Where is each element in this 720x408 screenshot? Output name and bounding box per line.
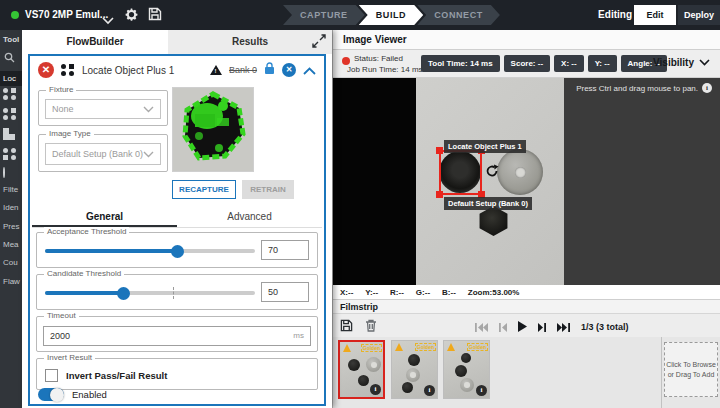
viewer-title: Image Viewer (333, 30, 720, 50)
chevron-down-icon (143, 151, 154, 158)
thumb-part (461, 353, 471, 363)
thumb-part (366, 357, 381, 372)
filmstrip-controls: 1/3 (3 total) (333, 314, 720, 337)
info-icon[interactable]: i (370, 384, 381, 395)
sidebar-item-count[interactable]: Cou (0, 255, 22, 270)
invert-result-label: Invert Result (44, 353, 95, 362)
tool-search-icon[interactable] (4, 52, 15, 65)
prev-frame-button[interactable] (499, 318, 507, 336)
step-build[interactable]: BUILD (359, 5, 424, 25)
golden-badge: Golden (415, 343, 436, 351)
candidate-threshold-slider[interactable] (45, 291, 255, 295)
zoom-level: Zoom:53.00% (468, 288, 520, 297)
tool-edge-icon[interactable] (3, 148, 18, 161)
panel-expand-icon[interactable] (312, 34, 328, 50)
panel-tab-bar: FlowBuilder Results (22, 30, 332, 54)
tab-advanced[interactable]: Advanced (177, 206, 322, 227)
thumbnail-2[interactable]: Golden i (391, 340, 438, 399)
step-capture[interactable]: CAPTURE (283, 5, 365, 25)
remove-tool-close-icon[interactable]: ✕ (282, 63, 296, 77)
acceptance-threshold-slider[interactable] (45, 249, 255, 253)
edit-button[interactable]: Edit (634, 5, 676, 25)
candidate-threshold-value[interactable]: 50 (261, 282, 309, 302)
warning-icon (447, 343, 455, 351)
thumb-part (406, 368, 420, 382)
tool-circle-icon[interactable] (3, 168, 18, 181)
tab-results[interactable]: Results (168, 30, 332, 54)
roi-handle[interactable] (436, 191, 443, 198)
filmstrip-thumbnails: Golden i Golden i Golden i (333, 337, 720, 408)
trained-image-thumbnail[interactable] (172, 87, 254, 172)
camera-image[interactable]: Locate Object Plus 1 Default Setup (Bank… (416, 78, 564, 285)
visibility-dropdown[interactable]: Visibility (653, 57, 710, 68)
golden-badge: Golden (467, 343, 488, 351)
rotate-handle-icon[interactable] (485, 164, 499, 178)
result-badges: Tool Time: 14 ms Score: -- X: -- Y: -- A… (421, 55, 667, 72)
roi-handle[interactable] (436, 147, 443, 154)
add-box-text: Click To Browse (666, 360, 716, 370)
image-type-value: Default Setup (Bank 0) (52, 149, 143, 159)
timeout-input[interactable]: 2000 ms (43, 326, 311, 346)
next-frame-button[interactable] (538, 318, 546, 336)
slider-thumb[interactable] (171, 245, 184, 258)
sidebar-item-measure[interactable]: Mea (0, 237, 22, 252)
tool-pattern-icon[interactable] (3, 88, 18, 101)
thumbnail-1[interactable]: Golden i (338, 340, 385, 399)
roi-box[interactable] (439, 150, 482, 195)
locate-object-tool-block[interactable]: ✕ Locate Object Plus 1 ! Bank 0 ✕ Fixtur… (28, 54, 326, 406)
tab-general[interactable]: General (32, 206, 177, 227)
enabled-toggle[interactable] (38, 388, 64, 401)
thumb-part (455, 365, 467, 377)
sidebar-item-flaw[interactable]: Flaw (0, 274, 22, 289)
info-icon[interactable]: i (702, 83, 712, 93)
lock-icon[interactable] (264, 61, 275, 79)
fixture-label: Fixture (46, 85, 76, 94)
save-job-floppy-icon[interactable] (148, 7, 164, 23)
tab-flowbuilder[interactable]: FlowBuilder (22, 30, 168, 54)
info-icon[interactable]: i (424, 385, 435, 396)
acceptance-threshold-value[interactable]: 70 (261, 240, 309, 260)
sidebar-item-identify[interactable]: Iden (0, 200, 22, 215)
save-image-floppy-icon[interactable] (340, 318, 353, 336)
fixture-select[interactable]: None (45, 99, 161, 119)
image-type-select[interactable]: Default Setup (Bank 0) (45, 143, 161, 165)
tool-blob-icon[interactable] (3, 128, 18, 141)
last-frame-button[interactable] (557, 318, 570, 336)
thumbnail-3[interactable]: Golden i (443, 340, 490, 399)
frame-counter: 1/3 (3 total) (581, 322, 629, 332)
badge-x: X: -- (554, 55, 584, 72)
fixture-value: None (52, 104, 143, 114)
add-images-dropzone[interactable]: Click To Browse or Drag To Add (664, 342, 718, 397)
first-frame-button[interactable] (475, 318, 488, 336)
warning-icon (343, 344, 351, 352)
slider-thumb[interactable] (117, 287, 130, 300)
deploy-button[interactable]: Deploy (678, 5, 720, 25)
step-connect[interactable]: CONNECT (417, 5, 500, 25)
enabled-toggle-row: Enabled (38, 388, 107, 401)
app-window: VS70 2MP Emul... CAPTURE BUILD CONNECT E… (0, 0, 720, 408)
sidebar-item-filter[interactable]: Filte (0, 182, 22, 197)
tool-pattern-plus-icon[interactable] (3, 108, 18, 121)
invert-result-fieldset: Invert Result Invert Pass/Fail Result (36, 358, 318, 390)
collapse-chevron-up-icon[interactable] (303, 61, 316, 79)
tools-sidebar-title: Tool (3, 35, 19, 44)
fixture-fieldset: Fixture None (38, 90, 168, 126)
warning-icon (395, 343, 403, 351)
thumb-part (402, 382, 413, 393)
timeout-fieldset: Timeout 2000 ms (36, 316, 318, 352)
sidebar-item-locate[interactable]: Loc (0, 71, 22, 86)
recapture-button[interactable]: RECAPTURE (172, 180, 236, 199)
device-chevron-down-icon[interactable] (102, 11, 114, 19)
settings-gear-icon[interactable] (124, 7, 140, 23)
delete-image-trash-icon[interactable] (365, 318, 377, 336)
image-canvas[interactable]: Locate Object Plus 1 Default Setup (Bank… (333, 78, 720, 285)
add-box-text: or Drag To Add (668, 370, 715, 380)
badge-y: Y: -- (588, 55, 617, 72)
invert-pass-fail-checkbox[interactable] (45, 369, 58, 382)
workflow-steps: CAPTURE BUILD CONNECT (289, 5, 500, 25)
flowbuilder-panel: FlowBuilder Results ✕ Locate Object Plus… (22, 30, 332, 408)
play-button[interactable] (518, 318, 527, 336)
sidebar-item-presence[interactable]: Pres (0, 219, 22, 234)
info-icon[interactable]: i (476, 385, 487, 396)
retrain-button[interactable]: RETRAIN (242, 180, 294, 199)
